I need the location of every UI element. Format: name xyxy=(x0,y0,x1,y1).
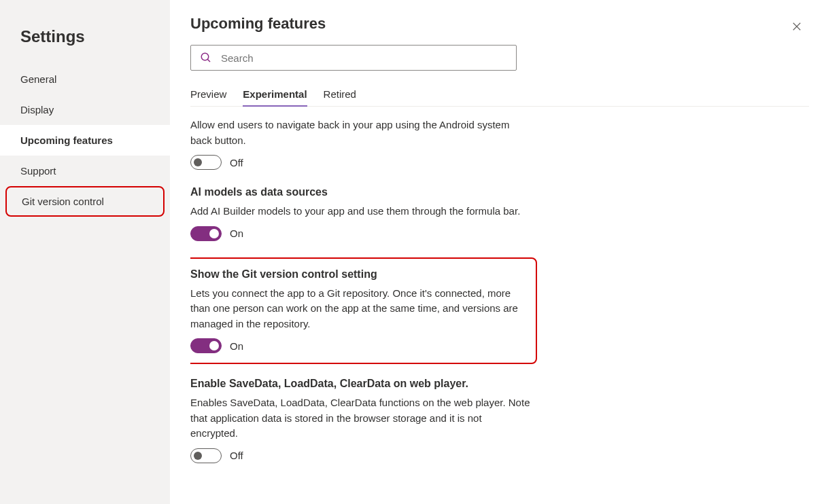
feature-description: Lets you connect the app to a Git reposi… xyxy=(190,286,523,332)
tab-experimental[interactable]: Experimental xyxy=(243,84,307,107)
feature-description: Enables SaveData, LoadData, ClearData fu… xyxy=(190,395,530,442)
tabs: PreviewExperimentalRetired xyxy=(190,84,809,107)
settings-sidebar: Settings GeneralDisplayUpcoming features… xyxy=(0,0,170,504)
feature-description: Allow end users to navigate back in your… xyxy=(190,118,530,148)
toggle-row: On xyxy=(190,226,530,241)
svg-point-0 xyxy=(201,53,209,60)
feature-item: Allow end users to navigate back in your… xyxy=(190,118,530,170)
main-panel: Upcoming features PreviewExperimentalRet… xyxy=(170,0,826,504)
tab-preview[interactable]: Preview xyxy=(190,84,226,106)
close-button[interactable] xyxy=(788,18,806,38)
sidebar-item-general[interactable]: General xyxy=(0,64,170,94)
feature-item: Show the Git version control settingLets… xyxy=(190,268,523,354)
feature-title: AI models as data sources xyxy=(190,186,530,198)
feature-toggle[interactable] xyxy=(190,338,222,353)
svg-line-1 xyxy=(207,59,210,62)
sidebar-item-upcoming-features[interactable]: Upcoming features xyxy=(0,125,170,156)
feature-toggle[interactable] xyxy=(190,155,222,170)
feature-toggle[interactable] xyxy=(190,226,222,241)
sidebar-title: Settings xyxy=(0,22,170,64)
feature-title: Enable SaveData, LoadData, ClearData on … xyxy=(190,378,530,390)
toggle-row: Off xyxy=(190,448,530,463)
toggle-label: On xyxy=(230,340,243,352)
sidebar-item-git-version-control[interactable]: Git version control xyxy=(5,186,165,217)
search-input[interactable] xyxy=(190,45,517,71)
toggle-row: On xyxy=(190,338,523,353)
search-wrap xyxy=(190,45,517,71)
toggle-label: Off xyxy=(230,157,243,168)
sidebar-item-display[interactable]: Display xyxy=(0,94,170,125)
tab-retired[interactable]: Retired xyxy=(324,84,356,106)
toggle-label: On xyxy=(230,228,243,239)
search-icon xyxy=(200,52,212,64)
sidebar-item-support[interactable]: Support xyxy=(0,156,170,186)
feature-item: Enable SaveData, LoadData, ClearData on … xyxy=(190,378,530,463)
toggle-label: Off xyxy=(230,450,243,461)
page-title: Upcoming features xyxy=(190,15,326,33)
feature-description: Add AI Builder models to your app and us… xyxy=(190,204,530,219)
feature-item: AI models as data sourcesAdd AI Builder … xyxy=(190,186,530,241)
close-icon xyxy=(791,20,803,33)
feature-title: Show the Git version control setting xyxy=(190,268,523,281)
feature-toggle[interactable] xyxy=(190,448,222,463)
features-scroll[interactable]: Allow end users to navigate back in your… xyxy=(190,107,816,494)
toggle-row: Off xyxy=(190,155,530,170)
